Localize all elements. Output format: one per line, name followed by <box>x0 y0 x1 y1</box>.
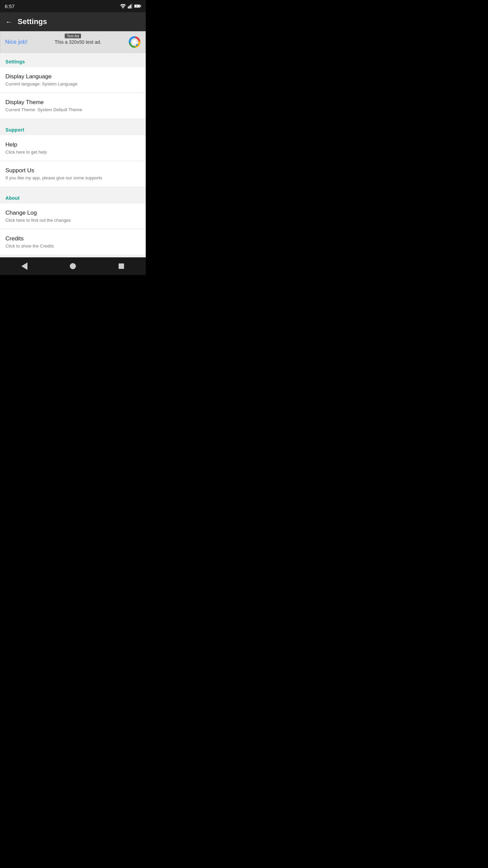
display-language-item[interactable]: Display Language Current language: Syste… <box>0 67 146 93</box>
page-title: Settings <box>18 17 47 26</box>
display-theme-item[interactable]: Display Theme Current Theme: System Defa… <box>0 93 146 118</box>
nav-back-button[interactable] <box>18 259 31 273</box>
change-log-item[interactable]: Change Log Click here to find out the ch… <box>0 203 146 229</box>
section-header-settings: Settings <box>0 53 146 67</box>
svg-rect-2 <box>129 6 130 8</box>
status-time: 6:57 <box>5 3 15 9</box>
settings-content: Settings Display Language Current langua… <box>0 53 146 257</box>
help-item[interactable]: Help Click here to get help <box>0 135 146 161</box>
svg-point-8 <box>133 40 137 44</box>
back-button[interactable]: ← <box>5 18 12 26</box>
nav-recent-button[interactable] <box>115 259 128 273</box>
help-title: Help <box>5 141 140 148</box>
status-bar: 6:57 <box>0 0 146 12</box>
credits-subtitle: Click to show the Credits <box>5 243 140 249</box>
svg-point-0 <box>123 8 123 8</box>
display-theme-subtitle: Current Theme: System Default Theme <box>5 107 140 112</box>
svg-rect-4 <box>131 4 133 8</box>
svg-rect-6 <box>140 5 141 7</box>
credits-item[interactable]: Credits Click to show the Credits <box>0 229 146 255</box>
svg-rect-3 <box>130 5 131 8</box>
svg-point-9 <box>136 44 138 46</box>
display-language-subtitle: Current language: System Language <box>5 81 140 86</box>
ad-description: This a 320x50 test ad. <box>55 39 101 45</box>
section-header-support: Support <box>0 121 146 135</box>
signal-icon <box>128 4 133 8</box>
credits-title: Credits <box>5 235 140 242</box>
svg-rect-1 <box>128 6 129 8</box>
recent-nav-icon <box>119 263 124 269</box>
support-us-title: Support Us <box>5 167 140 174</box>
ad-nice-job: Nice job! <box>5 39 27 45</box>
ad-banner: Test Ad Nice job! This a 320x50 test ad. <box>0 31 146 53</box>
bottom-nav-bar <box>0 257 146 275</box>
app-bar: ← Settings <box>0 12 146 31</box>
wifi-icon <box>120 4 126 8</box>
nav-home-button[interactable] <box>66 259 80 273</box>
support-us-subtitle: If you like my app, please give our some… <box>5 175 140 180</box>
section-settings: Settings Display Language Current langua… <box>0 53 146 118</box>
back-nav-icon <box>21 262 27 270</box>
status-icons <box>120 4 141 8</box>
home-nav-icon <box>70 263 76 269</box>
ad-label: Test Ad <box>65 34 81 38</box>
ad-logo-icon <box>128 36 141 48</box>
change-log-title: Change Log <box>5 210 140 216</box>
battery-icon <box>134 4 141 8</box>
section-header-about: About <box>0 189 146 203</box>
section-about: About Change Log Click here to find out … <box>0 189 146 255</box>
help-subtitle: Click here to get help <box>5 150 140 155</box>
display-language-title: Display Language <box>5 73 140 80</box>
display-theme-title: Display Theme <box>5 99 140 106</box>
change-log-subtitle: Click here to find out the changes <box>5 218 140 223</box>
support-us-item[interactable]: Support Us If you like my app, please gi… <box>0 161 146 186</box>
section-support: Support Help Click here to get help Supp… <box>0 121 146 186</box>
